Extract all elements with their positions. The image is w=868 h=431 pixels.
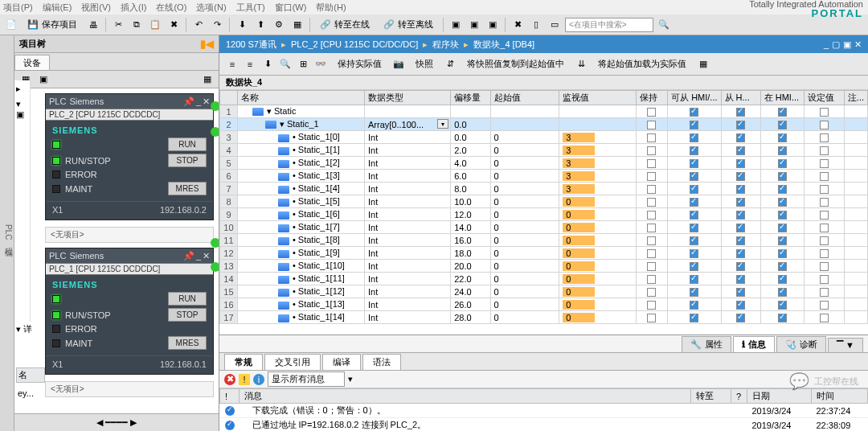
upload-icon[interactable]: ⬆ bbox=[252, 17, 268, 33]
search-icon[interactable]: 🔍 bbox=[656, 17, 672, 33]
save-project-button[interactable]: 💾 保存项目 bbox=[22, 16, 83, 33]
menu-online[interactable]: 在线(O) bbox=[156, 2, 186, 14]
tab-properties[interactable]: 🔧 属性 bbox=[682, 336, 731, 352]
table-row[interactable]: 16 • Static_1[13] Int 26.000 bbox=[220, 298, 868, 311]
sim-icon[interactable]: ▦ bbox=[289, 17, 305, 33]
info-filter-icon[interactable]: i bbox=[253, 374, 264, 385]
filter-dropdown-icon[interactable]: ▾ bbox=[348, 374, 353, 384]
win-close-icon[interactable]: ✕ bbox=[854, 39, 862, 50]
col-monitor[interactable]: 监视值 bbox=[559, 91, 637, 105]
win-min-icon[interactable]: _ bbox=[824, 39, 829, 50]
side-scrollbar[interactable]: ◀ ━━━━ ▶ bbox=[14, 413, 219, 431]
tab-info[interactable]: ℹ 信息 bbox=[733, 336, 775, 352]
message-row[interactable]: 下载完成（错误：0；警告：0）。2019/3/2422:37:24 bbox=[220, 404, 868, 418]
tb-icon-a[interactable]: ▣ bbox=[448, 17, 464, 33]
paste-icon[interactable]: 📋 bbox=[147, 17, 163, 33]
undo-icon[interactable]: ↶ bbox=[190, 17, 207, 33]
db-grid[interactable]: 名称 数据类型 偏移量 起始值 监视值 保持 可从 HMI/... 从 H...… bbox=[219, 90, 868, 335]
menu-window[interactable]: 窗口(W) bbox=[275, 2, 307, 14]
plcsim-min-icon[interactable]: _ bbox=[196, 96, 201, 107]
table-row[interactable]: 9 • Static_1[6] Int 12.000 bbox=[220, 208, 868, 221]
crumb[interactable]: 数据块_4 [DB4] bbox=[473, 39, 534, 51]
project-search[interactable]: <在项目中搜索> bbox=[565, 18, 653, 32]
col-start[interactable]: 起始值 bbox=[490, 91, 559, 105]
warn-filter-icon[interactable]: ! bbox=[239, 374, 250, 385]
copy-snap-icon[interactable]: ⇵ bbox=[442, 56, 458, 72]
table-row[interactable]: 10 • Static_1[7] Int 14.000 bbox=[220, 221, 868, 234]
plcsim-close-icon[interactable]: ✕ bbox=[203, 96, 210, 107]
col-setpoint[interactable]: 设定值 bbox=[805, 91, 844, 105]
stop-button[interactable]: STOP bbox=[168, 154, 207, 167]
plcsim-min-icon[interactable]: _ bbox=[196, 251, 201, 261]
col-hmi-v[interactable]: 在 HMI... bbox=[760, 91, 805, 105]
plcsim-close-icon[interactable]: ✕ bbox=[203, 251, 210, 261]
stop-button[interactable]: STOP bbox=[168, 308, 207, 322]
menu-project[interactable]: 项目(P) bbox=[3, 2, 33, 14]
run-button[interactable]: RUN bbox=[168, 292, 207, 306]
glasses-icon[interactable]: 👓 bbox=[313, 56, 329, 72]
subtab-compile[interactable]: 编译 bbox=[322, 354, 361, 370]
crumb[interactable]: 1200 S7通讯 bbox=[226, 39, 276, 51]
col-offset[interactable]: 偏移量 bbox=[451, 91, 490, 105]
table-row[interactable]: 6 • Static_1[3] Int 6.003 bbox=[220, 170, 868, 183]
subtab-xref[interactable]: 交叉引用 bbox=[264, 354, 321, 370]
collapse-icon[interactable]: ▮◀ bbox=[200, 38, 214, 50]
col-hmi-r[interactable]: 可从 HMI/... bbox=[668, 91, 721, 105]
cut-icon[interactable]: ✂ bbox=[110, 17, 126, 33]
load-icon[interactable]: ⇊ bbox=[573, 56, 589, 72]
redo-icon[interactable]: ↷ bbox=[209, 17, 225, 33]
mres-button[interactable]: MRES bbox=[168, 182, 207, 195]
col-hmi-w[interactable]: 从 H... bbox=[721, 91, 760, 105]
win-max-icon[interactable]: ▢ bbox=[832, 39, 840, 50]
snapshot-button[interactable]: 快照 bbox=[410, 55, 439, 72]
tree-btn2[interactable]: ▣ bbox=[35, 72, 51, 88]
left-gutter[interactable]: PLC 编程 bbox=[0, 35, 14, 431]
menu-insert[interactable]: 插入(I) bbox=[121, 2, 146, 14]
keep-actual-button[interactable]: 保持实际值 bbox=[332, 55, 387, 72]
menu-view[interactable]: 视图(V) bbox=[81, 2, 111, 14]
table-row[interactable]: 14 • Static_1[11] Int 22.000 bbox=[220, 273, 868, 285]
load-start-button[interactable]: 将起始值加载为实际值 bbox=[592, 55, 692, 72]
etb-icon[interactable]: ≡ bbox=[224, 56, 240, 72]
table-row[interactable]: 12 • Static_1[9] Int 18.000 bbox=[220, 247, 868, 260]
tab-collapse[interactable]: ▔ ▼ bbox=[828, 338, 863, 352]
print-icon[interactable]: 🖶 bbox=[85, 17, 101, 33]
error-filter-icon[interactable]: ✖ bbox=[224, 374, 235, 385]
tree-btn3[interactable]: ▦ bbox=[199, 72, 215, 88]
table-row[interactable]: 15 • Static_1[12] Int 24.000 bbox=[220, 285, 868, 298]
run-button[interactable]: RUN bbox=[168, 138, 207, 151]
tb-icon-b[interactable]: ▣ bbox=[466, 17, 482, 33]
split2-icon[interactable]: ▭ bbox=[547, 17, 563, 33]
menu-options[interactable]: 选项(N) bbox=[196, 2, 226, 14]
split-icon[interactable]: ▯ bbox=[528, 17, 544, 33]
crumb[interactable]: 程序块 bbox=[432, 39, 459, 51]
table-row[interactable]: 3 • Static_1[0] Int 0.003 bbox=[220, 131, 868, 144]
crumb[interactable]: PLC_2 [CPU 1215C DC/DC/DC] bbox=[291, 39, 418, 49]
col-comment[interactable]: 注... bbox=[844, 91, 867, 105]
etb-icon[interactable]: ≡ bbox=[242, 56, 258, 72]
copy-snapshot-button[interactable]: 将快照值复制到起始值中 bbox=[461, 55, 570, 72]
table-row[interactable]: 5 • Static_1[2] Int 4.003 bbox=[220, 157, 868, 170]
new-project-icon[interactable]: 📄 bbox=[3, 17, 19, 33]
win-restore-icon[interactable]: ▣ bbox=[843, 39, 851, 50]
menu-edit[interactable]: 编辑(E) bbox=[43, 2, 72, 14]
table-row[interactable]: 11 • Static_1[8] Int 16.000 bbox=[220, 234, 868, 247]
table-row[interactable]: 17 • Static_1[14] Int 28.000 bbox=[220, 311, 868, 324]
etb-icon[interactable]: ⬇ bbox=[260, 56, 276, 72]
close-icon[interactable]: ✖ bbox=[510, 17, 526, 33]
delete-icon[interactable]: ✖ bbox=[166, 17, 182, 33]
tb-icon-c[interactable]: ▣ bbox=[485, 17, 501, 33]
go-online-button[interactable]: 🔗 转至在线 bbox=[314, 16, 375, 33]
plcsim-pin-icon[interactable]: 📌 bbox=[183, 251, 194, 261]
message-filter[interactable]: 显示所有消息 bbox=[268, 371, 345, 387]
subtab-syntax[interactable]: 语法 bbox=[362, 354, 401, 370]
col-retain[interactable]: 保持 bbox=[636, 91, 667, 105]
snapshot-icon[interactable]: 📷 bbox=[391, 56, 407, 72]
subtab-general[interactable]: 常规 bbox=[224, 354, 263, 370]
compile-icon[interactable]: ⚙ bbox=[271, 17, 287, 33]
table-row[interactable]: 2 ▾ Static_1 Array[0..100...▾ 0.0 bbox=[220, 118, 868, 131]
tab-diagnostics[interactable]: 🩺 诊断 bbox=[776, 336, 826, 352]
message-row[interactable]: 已通过地址 IP=192.168.0.2 连接到 PLC_2。2019/3/24… bbox=[220, 418, 868, 432]
message-table[interactable]: ! 消息 转至 ? 日期 时间 下载完成（错误：0；警告：0）。2019/3/2… bbox=[219, 388, 868, 431]
download-icon[interactable]: ⬇ bbox=[234, 17, 250, 33]
